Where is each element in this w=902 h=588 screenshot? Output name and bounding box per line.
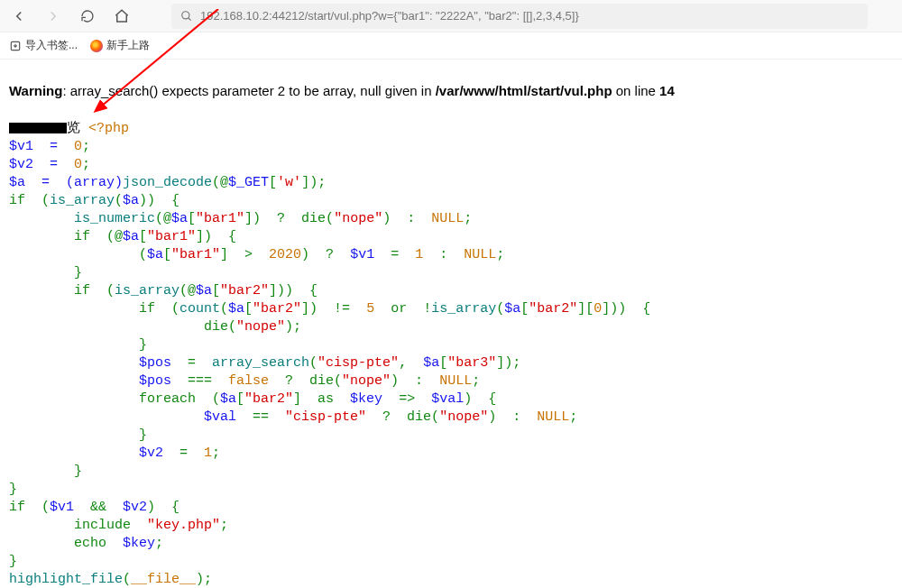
redacted-text (9, 123, 67, 133)
import-bookmarks-button[interactable]: 导入书签... (9, 38, 78, 53)
getting-started-label: 新手上路 (106, 38, 150, 53)
warning-prefix: Warning (9, 83, 62, 98)
import-bookmarks-label: 导入书签... (25, 38, 78, 53)
url-bar[interactable]: 192.168.10.2:44212/start/vul.php?w={"bar… (171, 4, 868, 29)
warning-linenum: 14 (659, 83, 675, 98)
url-text: 192.168.10.2:44212/start/vul.php?w={"bar… (200, 9, 579, 23)
search-icon (180, 10, 193, 23)
firefox-icon (90, 40, 103, 52)
reload-button[interactable] (76, 5, 99, 28)
warning-online: on line (612, 83, 660, 98)
php-warning-line: Warning: array_search() expects paramete… (9, 83, 893, 98)
page-content: Warning: array_search() expects paramete… (0, 60, 902, 588)
home-button[interactable] (110, 5, 133, 28)
import-icon (9, 40, 22, 52)
browser-toolbar: 192.168.10.2:44212/start/vul.php?w={"bar… (0, 0, 902, 32)
getting-started-bookmark[interactable]: 新手上路 (90, 38, 150, 53)
warning-path: /var/www/html/start/vul.php (436, 83, 612, 98)
forward-button[interactable] (41, 5, 65, 28)
highlighted-code: 览 <?php $v1 = 0; $v2 = 0; $a = (array)js… (9, 102, 893, 588)
back-button[interactable] (7, 5, 31, 28)
svg-point-0 (182, 11, 189, 18)
bookmarks-bar: 导入书签... 新手上路 (0, 32, 902, 60)
warning-message: : array_search() expects parameter 2 to … (62, 83, 435, 98)
